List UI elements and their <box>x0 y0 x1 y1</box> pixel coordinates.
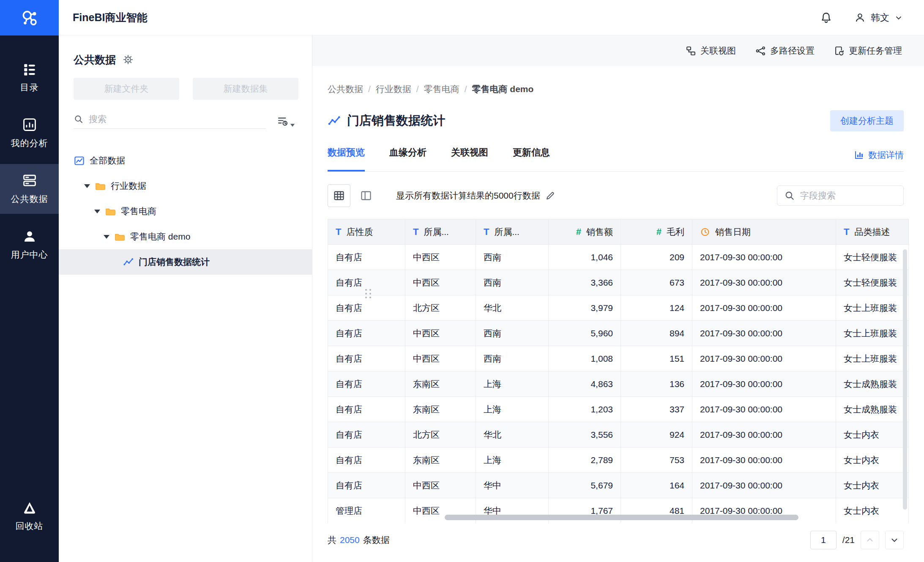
table-cell: 209 <box>621 245 692 270</box>
table-cell: 女士上班服装 <box>836 321 909 346</box>
panel-view-button[interactable] <box>355 184 377 207</box>
breadcrumb-item[interactable]: 行业数据 <box>376 83 411 95</box>
breadcrumb-item-current: 零售电商 demo <box>472 83 534 95</box>
top-bar: FineBI商业智能 韩文 <box>59 0 924 35</box>
update-task-action[interactable]: 更新任务管理 <box>834 45 902 57</box>
grid-view-icon <box>333 190 345 202</box>
page-down-button[interactable] <box>885 531 904 549</box>
breadcrumb-separator: / <box>416 84 419 94</box>
total-count[interactable]: 2050 <box>340 535 360 545</box>
total-suffix: 条数据 <box>363 534 390 546</box>
table-row: 自有店东南区上海1,2033372017-09-30 00:00:00女士成熟服… <box>328 397 909 422</box>
table-cell: 女士轻便服装 <box>836 270 909 295</box>
dataset-line-chart-icon <box>328 114 341 128</box>
panel-resize-handle[interactable] <box>365 289 372 298</box>
field-search-input[interactable] <box>800 191 915 201</box>
gear-icon[interactable] <box>123 54 134 65</box>
table-cell: 4,863 <box>549 371 621 397</box>
table-cell: 124 <box>621 295 692 321</box>
column-header-sale-date[interactable]: 销售日期 <box>692 219 836 245</box>
tree-item-retail-folder[interactable]: 零售电商 <box>59 199 312 224</box>
search-icon <box>784 190 795 201</box>
table-body: 自有店中西区西南1,0462092017-09-30 00:00:00女士轻便服… <box>328 245 909 523</box>
tab-lineage-analysis[interactable]: 血缘分析 <box>389 146 426 172</box>
tree-item-dataset-selected[interactable]: 门店销售数据统计 <box>59 249 312 275</box>
horizontal-scrollbar[interactable] <box>445 515 798 520</box>
grid-view-button[interactable] <box>328 184 350 207</box>
app-logo[interactable] <box>0 0 59 35</box>
table-cell: 2017-09-30 00:00:00 <box>692 447 836 473</box>
table-cell: 女士上班服装 <box>836 346 909 371</box>
catalog-icon <box>22 62 37 76</box>
sidebar-nav: 目录 我的分析 公共数据 <box>0 35 59 562</box>
breadcrumb: 公共数据 / 行业数据 / 零售电商 / 零售电商 demo <box>328 83 904 95</box>
sidebar-item-recycle-bin[interactable]: 回收站 <box>0 491 59 541</box>
table-cell: 西南 <box>476 321 549 346</box>
panel-title: 公共数据 <box>74 53 116 67</box>
create-analysis-theme-button[interactable]: 创建分析主题 <box>830 110 904 131</box>
folder-icon <box>105 206 116 217</box>
data-detail-link[interactable]: 数据详情 <box>854 149 904 171</box>
table-cell: 上海 <box>476 397 549 422</box>
page-up-button[interactable] <box>861 531 879 549</box>
table-cell: 东南区 <box>405 397 476 422</box>
column-label: 所属... <box>424 226 449 238</box>
sidebar-item-my-analysis[interactable]: 我的分析 <box>0 108 59 158</box>
tree-search-input[interactable] <box>89 114 266 124</box>
sidebar-item-user-center[interactable]: 用户中心 <box>0 220 59 270</box>
expand-caret-icon[interactable] <box>84 184 90 188</box>
user-menu[interactable]: 韩文 <box>854 11 903 24</box>
sidebar-item-catalog[interactable]: 目录 <box>0 52 59 102</box>
search-icon <box>74 114 84 124</box>
table-cell: 337 <box>621 397 692 422</box>
breadcrumb-item[interactable]: 公共数据 <box>328 83 363 95</box>
table-cell: 女士轻便服装 <box>836 245 909 270</box>
column-header-sales[interactable]: # 销售额 <box>549 219 621 245</box>
table-cell: 西南 <box>476 270 549 295</box>
panel-view-icon <box>360 190 372 202</box>
multipath-settings-action[interactable]: 多路径设置 <box>755 45 815 57</box>
expand-caret-icon[interactable] <box>104 235 109 239</box>
column-header-category[interactable]: T 品类描述 <box>836 219 909 245</box>
notification-bell-icon[interactable] <box>820 11 832 24</box>
sort-filter-icon[interactable] <box>277 115 295 127</box>
table-cell: 2017-09-30 00:00:00 <box>692 473 836 498</box>
edit-pencil-icon[interactable] <box>545 191 555 201</box>
column-header-region[interactable]: T 所属... <box>405 219 476 245</box>
table-cell: 上海 <box>476 371 549 397</box>
new-folder-button[interactable]: 新建文件夹 <box>74 78 179 100</box>
tab-data-preview[interactable]: 数据预览 <box>328 146 365 172</box>
table-cell: 华北 <box>476 295 549 321</box>
tab-linked-view[interactable]: 关联视图 <box>451 146 488 172</box>
table-row: 自有店中西区西南1,0081512017-09-30 00:00:00女士上班服… <box>328 346 909 371</box>
tree-item-industry-folder[interactable]: 行业数据 <box>59 173 312 199</box>
column-header-area[interactable]: T 所属... <box>476 219 549 245</box>
table-cell: 3,556 <box>549 422 621 447</box>
column-header-profit[interactable]: # 毛利 <box>621 219 692 245</box>
main-content: 关联视图 多路径设置 <box>312 35 924 562</box>
table-cell: 136 <box>621 371 692 397</box>
tab-update-info[interactable]: 更新信息 <box>513 146 550 172</box>
data-table: T 店性质 T 所属... T 所属... # 销售额 <box>328 219 909 523</box>
breadcrumb-item[interactable]: 零售电商 <box>424 83 459 95</box>
table-cell: 2017-09-30 00:00:00 <box>692 245 836 270</box>
expand-caret-icon[interactable] <box>94 210 100 213</box>
linked-view-icon <box>686 46 696 56</box>
vertical-scrollbar[interactable] <box>903 249 907 510</box>
linked-view-action[interactable]: 关联视图 <box>686 45 736 57</box>
column-header-store-type[interactable]: T 店性质 <box>328 219 405 245</box>
new-dataset-button[interactable]: 新建数据集 <box>193 78 298 100</box>
left-sidebar: 目录 我的分析 公共数据 <box>0 0 59 562</box>
sidebar-item-public-data[interactable]: 公共数据 <box>0 164 59 214</box>
table-cell: 2017-09-30 00:00:00 <box>692 295 836 321</box>
tree-item-all-data[interactable]: 全部数据 <box>59 148 312 173</box>
table-row: 自有店中西区西南5,9608942017-09-30 00:00:00女士上班服… <box>328 321 909 346</box>
table-cell: 5,679 <box>549 473 621 498</box>
clock-date-icon <box>700 227 710 237</box>
field-search-box <box>777 186 904 206</box>
folder-icon <box>95 180 106 192</box>
table-cell: 894 <box>621 321 692 346</box>
data-detail-label: 数据详情 <box>868 149 904 161</box>
tree-item-demo-folder[interactable]: 零售电商 demo <box>59 224 312 249</box>
page-input[interactable] <box>810 531 837 549</box>
